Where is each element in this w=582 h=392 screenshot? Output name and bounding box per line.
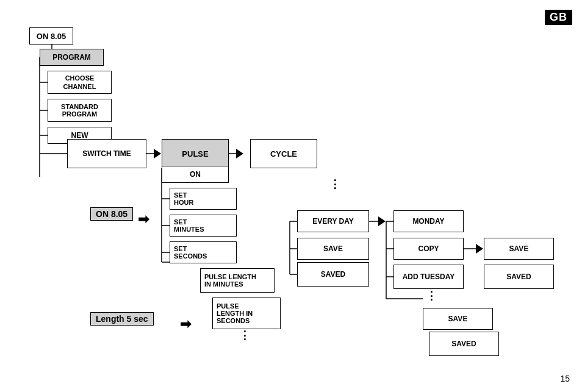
on-box: ON	[162, 166, 229, 183]
menu-box: ON 8.05	[29, 27, 73, 45]
cycle-label: CYCLE	[270, 149, 297, 159]
pulse-box: PULSE	[162, 139, 229, 168]
pulse-length-min-box: PULSE LENGTHIN MINUTES	[200, 268, 275, 293]
saved1-label: SAVED	[321, 270, 345, 279]
standard-program-box: STANDARDPROGRAM	[48, 99, 112, 122]
on805-arrow: ➡	[138, 212, 149, 227]
save3-label: SAVE	[448, 315, 468, 323]
copy-box: COPY	[393, 238, 464, 260]
menu-label: ON 8.05	[37, 32, 66, 41]
set-seconds-label: SETSECONDS	[174, 245, 207, 260]
pulse-length-sec-label: PULSELENGTH INSECONDS	[217, 302, 253, 324]
program-box: PROGRAM	[40, 49, 104, 66]
saved1-box: SAVED	[297, 262, 369, 287]
svg-marker-8	[154, 149, 161, 159]
on-label: ON	[190, 170, 201, 179]
saved2-label: SAVED	[506, 273, 531, 281]
monday-box: MONDAY	[393, 210, 464, 232]
copy-label: COPY	[418, 244, 439, 253]
dots-pulse-sec: ⋮	[239, 331, 250, 340]
length-label: Length 5 sec	[90, 312, 154, 326]
program-label: PROGRAM	[52, 53, 91, 62]
save2-box: SAVE	[484, 238, 554, 260]
set-hour-box: SETHOUR	[170, 188, 237, 210]
dots-tuesday: ⋮	[426, 291, 437, 300]
every-day-label: EVERY DAY	[312, 217, 354, 226]
saved3-box: SAVED	[429, 332, 499, 356]
pulse-length-min-label: PULSE LENGTHIN MINUTES	[204, 273, 256, 288]
cycle-box: CYCLE	[250, 139, 317, 168]
svg-marker-10	[236, 149, 243, 159]
choose-channel-box: CHOOSECHANNEL	[48, 71, 112, 94]
switch-time-label: SWITCH TIME	[82, 149, 131, 158]
dots-cycle: ⋮	[329, 180, 340, 188]
switch-time-box: SWITCH TIME	[67, 139, 146, 168]
new-label: NEW	[71, 131, 88, 140]
svg-marker-18	[378, 216, 386, 226]
set-hour-label: SETHOUR	[174, 191, 193, 206]
saved3-label: SAVED	[451, 340, 476, 348]
saved2-box: SAVED	[484, 265, 554, 289]
on-805-label: ON 8.05	[90, 207, 133, 221]
every-day-box: EVERY DAY	[297, 210, 369, 232]
monday-label: MONDAY	[412, 217, 444, 226]
save1-box: SAVE	[297, 238, 369, 260]
svg-marker-20	[476, 244, 483, 254]
save3-box: SAVE	[423, 308, 493, 330]
choose-channel-label: CHOOSECHANNEL	[63, 74, 96, 91]
add-tuesday-box: ADD TUESDAY	[393, 265, 464, 289]
save1-label: SAVE	[323, 244, 343, 253]
page-number: 15	[560, 374, 570, 383]
set-minutes-box: SETMINUTES	[170, 215, 237, 237]
set-seconds-box: SETSECONDS	[170, 241, 237, 263]
pulse-length-sec-box: PULSELENGTH INSECONDS	[212, 298, 281, 329]
add-tuesday-label: ADD TUESDAY	[403, 273, 455, 281]
set-minutes-label: SETMINUTES	[174, 218, 204, 233]
standard-program-label: STANDARDPROGRAM	[61, 103, 98, 118]
save2-label: SAVE	[509, 244, 529, 253]
length-arrow: ➡	[180, 316, 191, 332]
pulse-label: PULSE	[182, 149, 208, 159]
gb-badge: GB	[545, 10, 572, 25]
